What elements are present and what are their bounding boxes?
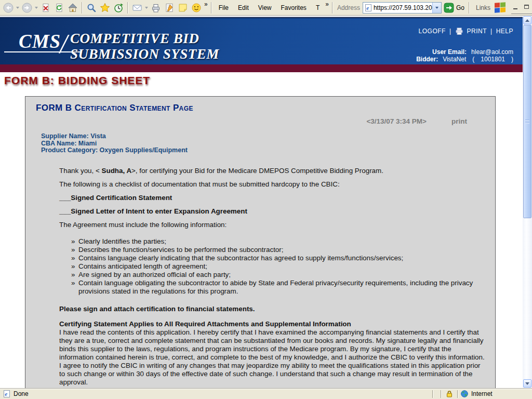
bidder-paren-open: ( [472,56,474,63]
stop-icon [41,3,51,13]
app-title-line1: COMPETITIVE BID [70,31,219,46]
agreement-intro: The Agreement must include the following… [59,221,485,229]
edit-page-icon [164,3,175,13]
mail-button[interactable] [130,1,144,15]
forward-button[interactable] [20,1,34,15]
menu-file[interactable]: File [214,4,233,11]
notes-icon [178,3,188,13]
menu-tools-truncated[interactable]: T [311,4,324,11]
back-dropdown-chevron[interactable] [16,7,19,9]
scroll-down-button[interactable] [523,379,531,388]
vertical-scrollbar[interactable] [523,16,532,388]
ie-page-icon: e [364,4,373,12]
search-icon [86,3,97,13]
status-bar: e Done Internet [0,388,532,399]
bullet-text: Contains language clearly indicating tha… [78,254,485,262]
scroll-up-button[interactable] [523,16,531,24]
address-dropdown-button[interactable] [432,3,441,13]
go-label: Go [456,4,464,11]
restore-icon [524,5,529,9]
zone-pane: Internet [459,390,532,397]
forward-dropdown-chevron[interactable] [35,7,38,9]
logoff-link[interactable]: LOGOFF [419,28,446,35]
go-arrow-icon [444,3,454,13]
restore-button[interactable] [523,3,531,11]
print-icon [455,27,463,35]
checklist-intro: The following is a checklist of document… [59,180,485,189]
bullet-text: Contains anticipated length of agreement… [78,262,485,271]
address-bar[interactable]: e [363,2,442,14]
favorites-button[interactable] [98,1,112,15]
form-heading: FORM B Certification Statement Page [36,103,488,113]
window-controls [511,2,532,14]
favorites-star-icon [100,3,110,13]
thanks-suffix: >, for certifying your Bid for the Medic… [131,167,383,175]
lock-icon [446,390,453,398]
thank-you-line: Thank you, < Sudha, A>, for certifying y… [59,167,485,175]
certification-form-panel: FORM B Certification Statement Page <3/1… [25,96,496,392]
print-link[interactable]: PRINT [467,28,487,35]
print-button[interactable] [149,1,163,15]
windows-flag-icon [495,2,506,14]
checklist-item: ___Signed Certification Statement [59,194,485,202]
edit-button[interactable] [163,1,176,15]
scrollbar-grip [525,119,529,124]
printer-icon [151,3,161,13]
bullet-marker: » [71,246,78,254]
sign-note: Please sign and attach certification to … [59,305,485,313]
svg-text:e: e [366,4,369,10]
smiley-icon [191,3,202,13]
menu-overflow-chevron[interactable]: » [325,1,329,8]
bullet-text: Contain language obligating the subcontr… [78,279,485,296]
agreement-bullet-list: » Clearly Identifies the parties; » Desc… [71,237,485,296]
links-label[interactable]: Links [476,4,490,11]
cms-logo-slash: / [60,29,67,59]
home-icon [68,3,78,13]
menu-edit[interactable]: Edit [233,4,254,11]
address-label: Address [337,4,360,11]
bullet-marker: » [71,279,78,296]
timestamp: <3/13/07 3:34 PM> [366,117,427,125]
app-title: COMPETITIVE BID SUBMISSION SYSTEM [70,31,219,62]
home-button[interactable] [66,1,79,15]
certifier-name: Sudha, A [102,167,132,175]
history-button[interactable] [112,1,125,15]
user-email-label: User Email: [432,48,467,56]
status-pane: e Done [3,390,431,398]
refresh-button[interactable] [52,1,66,15]
certify-text: I have read the contents of this applica… [59,328,485,387]
menu-favorites[interactable]: Favorites [276,4,311,11]
nav-separator: | [490,28,493,35]
menu-view[interactable]: View [254,4,276,11]
search-button[interactable] [85,1,98,15]
form-body: Thank you, < Sudha, A>, for certifying y… [59,167,485,387]
stop-button[interactable] [39,1,52,15]
list-item: » Are signed by an authorized official o… [71,271,485,279]
go-button[interactable]: Go [444,3,464,13]
toolbar-separator [127,2,128,14]
browser-toolbar: » File Edit View Favorites T » Address e… [0,0,532,16]
forward-icon [22,3,32,13]
app-header: CMS/ COMPETITIVE BID SUBMISSION SYSTEM L… [0,17,523,64]
status-text: Done [14,390,29,397]
toolbar-overflow-chevron[interactable]: » [204,1,208,8]
scrollbar-thumb[interactable] [523,25,531,218]
bullet-text: Describes the function/services to be pe… [78,246,485,254]
help-link[interactable]: HELP [496,28,513,35]
bullet-text: Are signed by an authorized official of … [78,271,485,279]
address-input[interactable] [374,3,432,12]
print-page-link[interactable]: print [451,117,467,125]
mail-dropdown-chevron[interactable] [145,7,148,9]
cms-logo-text: CMS [19,31,61,52]
messenger-button[interactable] [190,1,203,15]
minimize-button[interactable] [511,3,520,11]
bidder-id: 1001801 [481,56,505,63]
bidder-label: Bidder: [416,56,438,63]
bullet-text: Clearly Identifies the parties; [78,237,485,246]
back-button[interactable] [2,1,15,15]
discuss-button[interactable] [176,1,190,15]
ie-page-icon: e [3,390,11,398]
timestamp-row: <3/13/07 3:34 PM> print [36,117,488,125]
back-icon [3,3,14,13]
list-item: » Contains anticipated length of agreeme… [71,262,485,271]
